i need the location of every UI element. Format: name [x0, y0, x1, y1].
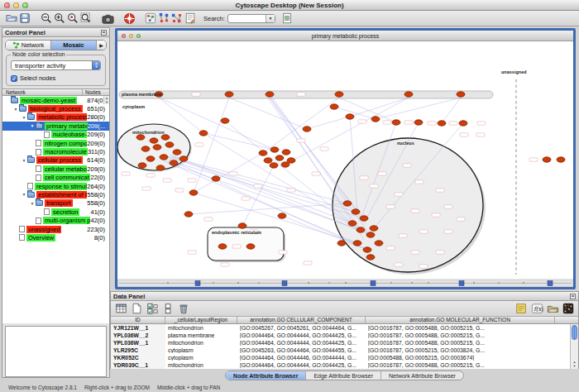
formula-icon[interactable]: f(x): [530, 302, 543, 315]
tree-column-nodes[interactable]: Nodes: [83, 89, 109, 95]
band-node[interactable]: [459, 281, 464, 286]
network-node[interactable]: [170, 160, 178, 165]
table-column-header[interactable]: annotation.GO CELLULAR_COMPONENT: [237, 317, 366, 323]
tab-node-attribute-browser[interactable]: Node Attribute Browser: [226, 371, 306, 380]
table-cell[interactable]: YJR121W__1: [111, 324, 165, 332]
table-row[interactable]: YDR039C__1mitochondrion[GO:0044464, GO:0…: [111, 361, 578, 369]
table-cell[interactable]: [GO:0016787, GO:0005215, GO:0003824, G..…: [366, 347, 555, 353]
table-cell[interactable]: [GO:0005488, GO:0005215, GO:0003674]: [366, 355, 555, 361]
tree-row[interactable]: ▼metabolic process280(0): [2, 113, 109, 122]
tab-network[interactable]: Network: [6, 41, 51, 50]
table-row[interactable]: YKR052Ccytoplasm[GO:0044464, GO:0044446,…: [111, 354, 578, 361]
node-color-dropdown[interactable]: transporter activity ▲▼: [11, 60, 101, 70]
network-node[interactable]: [199, 131, 208, 136]
network-node[interactable]: [179, 156, 188, 161]
band-node[interactable]: [371, 281, 376, 286]
network-node[interactable]: [264, 158, 272, 163]
network-node[interactable]: [282, 150, 290, 155]
network-edge[interactable]: [307, 117, 350, 129]
zoom-out-icon[interactable]: [40, 12, 53, 25]
network-node[interactable]: [150, 138, 158, 143]
nucleus-compartment[interactable]: [333, 138, 483, 272]
table-scrollbar[interactable]: ▲▼: [570, 324, 578, 369]
network-edge[interactable]: [229, 98, 307, 129]
network-node[interactable]: [330, 104, 338, 109]
network-node[interactable]: [146, 156, 155, 161]
help-icon[interactable]: [122, 12, 136, 25]
tree-row[interactable]: mosaic-demo-yeast874(0): [2, 96, 109, 104]
table-cell[interactable]: cytoplasm: [165, 347, 237, 353]
network-node[interactable]: [404, 92, 413, 97]
network-node[interactable]: [153, 145, 161, 150]
network-node[interactable]: [160, 155, 168, 160]
table-cell[interactable]: YDR039C__1: [111, 361, 165, 369]
table-cell[interactable]: cytoplasm: [165, 355, 237, 361]
tree-row[interactable]: ▼primary metabo209(...: [2, 122, 109, 130]
table-cell[interactable]: mitochondrion: [165, 325, 237, 331]
table-scrollbar-arrows[interactable]: ▲▼: [571, 360, 578, 368]
tree-column-network[interactable]: Network: [2, 89, 83, 95]
network-node[interactable]: [457, 92, 465, 97]
tree-row[interactable]: ▼establishment of lo558(0): [2, 190, 109, 198]
table-cell[interactable]: mitochondrion: [165, 362, 237, 368]
matrix-icon[interactable]: [562, 302, 575, 315]
network-node[interactable]: [363, 247, 371, 252]
network-edge[interactable]: [194, 153, 263, 193]
network-node[interactable]: [278, 213, 286, 218]
network-node[interactable]: [366, 255, 375, 260]
tree-row[interactable]: nucleobase-209(0): [2, 131, 109, 139]
table-cell[interactable]: [GO:0016787, GO:0005488, GO:0005215, G..…: [366, 325, 555, 331]
tree-row[interactable]: secretion41(0): [2, 208, 109, 216]
network-node[interactable]: [225, 92, 233, 97]
network-node[interactable]: [375, 241, 383, 246]
network-edge[interactable]: [203, 133, 275, 150]
tree-row[interactable]: cellular metabo209(0): [2, 165, 109, 173]
network-node[interactable]: [259, 151, 267, 155]
network-node[interactable]: [360, 216, 368, 221]
network-node[interactable]: [392, 120, 400, 125]
table-cell[interactable]: [GO:0016787, GO:0005488, GO:0005215, G..…: [366, 362, 555, 368]
network-node[interactable]: [173, 150, 181, 155]
unselect-attributes-icon[interactable]: [161, 302, 175, 315]
delete-attribute-icon[interactable]: [177, 302, 190, 315]
network-node[interactable]: [353, 241, 361, 246]
network-node[interactable]: [246, 244, 255, 249]
tab-network-attribute-browser[interactable]: Network Attribute Browser: [381, 371, 463, 380]
table-cell[interactable]: YPL036W__2: [111, 332, 165, 339]
network-node[interactable]: [189, 190, 198, 195]
tree-row[interactable]: response to stimulu264(0): [2, 182, 109, 190]
snapshot-icon[interactable]: [101, 12, 114, 25]
network-node[interactable]: [212, 176, 220, 181]
network-node[interactable]: [370, 226, 378, 231]
network-node[interactable]: [303, 127, 311, 131]
table-cell[interactable]: YPL036W__1: [111, 339, 165, 347]
network-node[interactable]: [346, 114, 354, 119]
expander-icon[interactable]: ▼: [21, 158, 27, 163]
network-edge[interactable]: [376, 98, 461, 119]
band-node[interactable]: [195, 281, 200, 286]
zoom-in-icon[interactable]: [53, 12, 66, 25]
expander-icon[interactable]: ▼: [21, 115, 27, 120]
import-table-icon[interactable]: [280, 12, 294, 25]
table-cell[interactable]: plasma membrane: [165, 332, 237, 338]
table-cell[interactable]: [GO:0016787, GO:0005488, GO:0005215, G..…: [366, 332, 555, 338]
table-cell[interactable]: YKR052C: [111, 354, 165, 361]
open-session-icon[interactable]: [5, 12, 18, 25]
import-attributes-icon[interactable]: [546, 302, 559, 315]
table-cell[interactable]: YLR295C: [111, 347, 165, 354]
network-node[interactable]: [275, 155, 284, 160]
network-node[interactable]: [165, 142, 174, 147]
table-row[interactable]: YPL036W__2plasma membrane[GO:0044464, GO…: [111, 332, 578, 339]
network-node[interactable]: [438, 121, 446, 126]
tree-scrollbar[interactable]: ▲▼: [103, 96, 109, 104]
table-cell[interactable]: [GO:0045267, GO:0045261, GO:0044464, G..…: [237, 325, 366, 331]
table-row[interactable]: YJR121W__1mitochondrion[GO:0045267, GO:0…: [111, 324, 578, 332]
network-node[interactable]: [371, 117, 380, 122]
expander-icon[interactable]: ▼: [21, 192, 27, 197]
network-node[interactable]: [270, 163, 278, 168]
network-node[interactable]: [459, 121, 467, 126]
table-column-header[interactable]: ID: [111, 317, 165, 323]
network-node[interactable]: [287, 158, 295, 163]
network-node[interactable]: [270, 147, 279, 152]
tree-row[interactable]: nitrogen compo209(0): [2, 139, 109, 147]
